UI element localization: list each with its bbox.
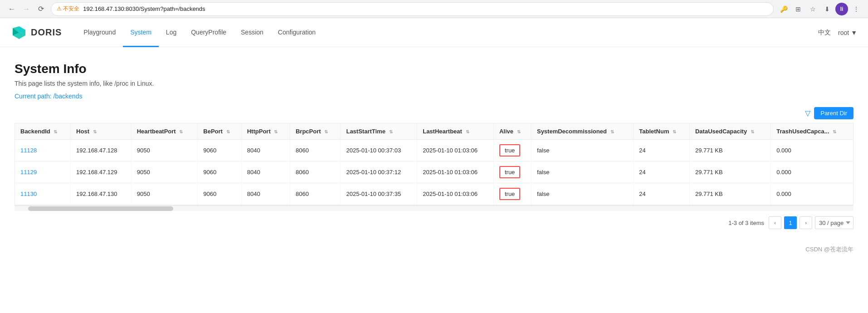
- cell-systemdecommissioned: false: [531, 140, 633, 161]
- page-title: System Info: [15, 62, 853, 76]
- nav-link-configuration[interactable]: Configuration: [271, 18, 323, 47]
- reload-button[interactable]: ⟳: [34, 3, 47, 15]
- nav-link-session[interactable]: Session: [234, 18, 271, 47]
- nav-link-playground[interactable]: Playground: [76, 18, 123, 47]
- col-header-laststarttime[interactable]: LastStartTime ⇅: [341, 123, 417, 140]
- cell-tabletnum: 24: [634, 183, 690, 205]
- nav-link-system[interactable]: System: [123, 18, 159, 47]
- cell-tabletnum: 24: [634, 140, 690, 161]
- table-row: 11130192.168.47.13090509060804080602025-…: [15, 183, 853, 205]
- sort-icon-httpport: ⇅: [274, 129, 278, 134]
- nav-right: 中文 root ▼: [818, 29, 857, 37]
- page-size-select[interactable]: 30 / page: [815, 216, 853, 229]
- url-text: 192.168.47.130:8030/System?path=/backend…: [83, 5, 205, 12]
- watermark: CSDN @苍老流年: [0, 242, 868, 261]
- sort-icon-laststarttime: ⇅: [389, 129, 393, 134]
- doris-logo-icon: [11, 24, 27, 41]
- navbar: DORIS Playground System Log QueryProfile…: [0, 18, 868, 47]
- cell-alive: true: [493, 140, 531, 161]
- col-header-lastheartbeat[interactable]: LastHeartbeat ⇅: [417, 123, 494, 140]
- prev-page-button[interactable]: ‹: [769, 216, 781, 229]
- sort-icon-host: ⇅: [93, 129, 97, 134]
- col-header-trashusedcapacity[interactable]: TrashUsedCapca... ⇅: [771, 123, 853, 140]
- pagination: 1-3 of 3 items ‹ 1 › 30 / page: [15, 211, 853, 235]
- sort-icon-tabletnum: ⇅: [673, 129, 676, 134]
- cell-lastheartbeat: 2025-01-10 01:03:06: [417, 140, 494, 161]
- scroll-thumb[interactable]: [28, 206, 173, 211]
- cell-systemdecommissioned: false: [531, 183, 633, 205]
- current-page-button[interactable]: 1: [784, 216, 797, 229]
- cell-backendid[interactable]: 11128: [15, 140, 71, 161]
- col-header-beport[interactable]: BePort ⇅: [198, 123, 241, 140]
- cell-brpcport: 8060: [290, 140, 340, 161]
- cell-datausedcapacity: 29.771 KB: [689, 183, 770, 205]
- sort-icon-heartbeatport: ⇅: [179, 129, 183, 134]
- cell-heartbeatport: 9050: [131, 140, 198, 161]
- password-manager-icon[interactable]: 🔑: [777, 3, 790, 15]
- address-bar[interactable]: ⚠ 不安全 192.168.47.130:8030/System?path=/b…: [51, 2, 774, 16]
- table-row: 11128192.168.47.12890509060804080602025-…: [15, 140, 853, 161]
- backends-table: BackendId ⇅ Host ⇅ HeartbeatPort ⇅ BePor…: [15, 123, 853, 205]
- page-description: This page lists the system info, like /p…: [15, 80, 853, 87]
- horizontal-scrollbar[interactable]: [15, 205, 853, 211]
- col-header-backendid[interactable]: BackendId ⇅: [15, 123, 71, 140]
- download-icon[interactable]: ⬇: [821, 3, 834, 15]
- main-content: System Info This page lists the system i…: [0, 47, 868, 242]
- cell-tabletnum: 24: [634, 161, 690, 183]
- parent-dir-button[interactable]: Parent Dir: [814, 107, 853, 119]
- translate-icon[interactable]: ⊞: [792, 3, 805, 15]
- language-button[interactable]: 中文: [818, 29, 831, 37]
- col-header-host[interactable]: Host ⇅: [71, 123, 132, 140]
- sort-icon-alive: ⇅: [517, 129, 521, 134]
- col-header-heartbeatport[interactable]: HeartbeatPort ⇅: [131, 123, 198, 140]
- cell-alive: true: [493, 161, 531, 183]
- sort-icon-brpcport: ⇅: [324, 129, 328, 134]
- user-dropdown-icon: ▼: [851, 29, 857, 36]
- nav-link-log[interactable]: Log: [159, 18, 184, 47]
- col-header-alive[interactable]: Alive ⇅: [493, 123, 531, 140]
- forward-button[interactable]: →: [20, 3, 33, 15]
- cell-backendid[interactable]: 11130: [15, 183, 71, 205]
- menu-icon[interactable]: ⋮: [850, 3, 863, 15]
- sort-icon-trashusedcapacity: ⇅: [833, 129, 836, 134]
- col-header-httpport[interactable]: HttpPort ⇅: [241, 123, 290, 140]
- filter-icon[interactable]: ▽: [805, 109, 810, 117]
- col-header-tabletnum[interactable]: TabletNum ⇅: [634, 123, 690, 140]
- nav-link-queryprofile[interactable]: QueryProfile: [184, 18, 234, 47]
- cell-httpport: 8040: [241, 183, 290, 205]
- cell-datausedcapacity: 29.771 KB: [689, 140, 770, 161]
- next-page-button[interactable]: ›: [800, 216, 812, 229]
- cell-lastheartbeat: 2025-01-10 01:03:06: [417, 161, 494, 183]
- sort-icon-datausedcapacity: ⇅: [751, 129, 754, 134]
- user-menu-button[interactable]: root ▼: [838, 29, 857, 36]
- cell-backendid[interactable]: 11129: [15, 161, 71, 183]
- profile-button[interactable]: li: [835, 3, 848, 15]
- cell-host: 192.168.47.130: [71, 183, 132, 205]
- col-header-datausedcapacity[interactable]: DataUsedCapacity ⇅: [689, 123, 770, 140]
- table-header-row: BackendId ⇅ Host ⇅ HeartbeatPort ⇅ BePor…: [15, 123, 853, 140]
- cell-heartbeatport: 9050: [131, 161, 198, 183]
- nav-links: Playground System Log QueryProfile Sessi…: [76, 18, 818, 47]
- cell-httpport: 8040: [241, 140, 290, 161]
- current-path[interactable]: Current path: /backends: [15, 93, 853, 100]
- logo: DORIS: [11, 24, 62, 41]
- cell-trashusedcapacity: 0.000: [771, 161, 853, 183]
- cell-laststarttime: 2025-01-10 00:37:03: [341, 140, 417, 161]
- pagination-info: 1-3 of 3 items: [728, 220, 764, 226]
- cell-lastheartbeat: 2025-01-10 01:03:06: [417, 183, 494, 205]
- sort-icon-backendid: ⇅: [54, 129, 57, 134]
- col-header-brpcport[interactable]: BrpcPort ⇅: [290, 123, 340, 140]
- cell-host: 192.168.47.128: [71, 140, 132, 161]
- table-row: 11129192.168.47.12990509060804080602025-…: [15, 161, 853, 183]
- cell-laststarttime: 2025-01-10 00:37:35: [341, 183, 417, 205]
- cell-httpport: 8040: [241, 161, 290, 183]
- cell-laststarttime: 2025-01-10 00:37:12: [341, 161, 417, 183]
- cell-datausedcapacity: 29.771 KB: [689, 161, 770, 183]
- bookmark-icon[interactable]: ☆: [806, 3, 819, 15]
- back-button[interactable]: ←: [5, 3, 18, 15]
- logo-text: DORIS: [31, 27, 62, 38]
- cell-heartbeatport: 9050: [131, 183, 198, 205]
- sort-icon-systemdecommissioned: ⇅: [610, 129, 614, 134]
- col-header-systemdecommissioned[interactable]: SystemDecommissioned ⇅: [531, 123, 633, 140]
- browser-chrome: ← → ⟳ ⚠ 不安全 192.168.47.130:8030/System?p…: [0, 0, 868, 18]
